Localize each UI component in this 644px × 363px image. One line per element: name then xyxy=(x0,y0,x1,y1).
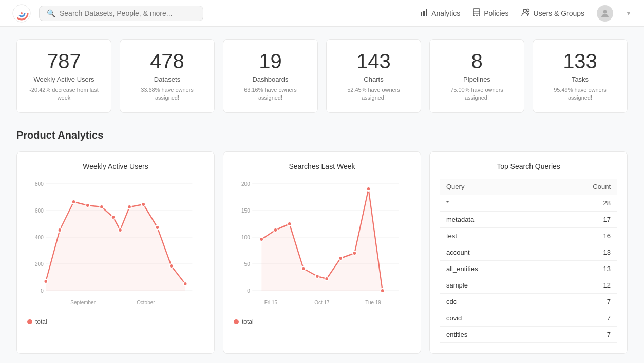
searches-last-week-title: Searches Last Week xyxy=(234,162,410,170)
charts-row: Weekly Active Users 800 600 400 200 0 Se… xyxy=(16,151,628,354)
header-left: 🔍 xyxy=(12,4,203,23)
stat-card-datasets: 478 Datasets 33.68% have owners assigned… xyxy=(120,39,215,113)
svg-rect-8 xyxy=(475,9,476,16)
query-cell: test xyxy=(446,232,570,240)
stats-row: 787 Weekly Active Users -20.42% decrease… xyxy=(16,39,628,113)
stat-label-2: Dashboards xyxy=(252,75,288,83)
query-table-body: * 28 metadata 17 test 16 account 13 all_… xyxy=(440,195,617,343)
svg-point-31 xyxy=(86,203,89,207)
count-cell: 7 xyxy=(570,298,611,305)
svg-point-29 xyxy=(58,228,62,232)
svg-point-59 xyxy=(325,277,328,281)
svg-text:Oct 17: Oct 17 xyxy=(314,299,329,305)
nav-policies[interactable]: Policies xyxy=(472,8,508,18)
svg-text:0: 0 xyxy=(247,288,250,294)
stat-sub-3: 52.45% have owners assigned! xyxy=(339,86,408,102)
stat-card-dashboards: 19 Dashboards 63.16% have owners assigne… xyxy=(223,39,318,113)
top-search-queries-card: Top Search Queries Query Count * 28 meta… xyxy=(429,151,628,354)
query-cell: metadata xyxy=(446,216,570,223)
svg-point-13 xyxy=(526,9,529,12)
stat-card-weekly-active-users: 787 Weekly Active Users -20.42% decrease… xyxy=(16,39,111,113)
table-row: all_entities 13 xyxy=(440,261,617,277)
table-row: account 13 xyxy=(440,244,617,261)
search-icon: 🔍 xyxy=(47,9,55,17)
stat-number-2: 19 xyxy=(259,50,282,72)
stat-label-1: Datasets xyxy=(154,75,180,83)
stat-label-4: Pipelines xyxy=(463,75,490,83)
weekly-active-users-legend: total xyxy=(27,318,204,326)
searches-last-week-chart: Searches Last Week 200 150 100 50 0 Fri … xyxy=(223,151,421,354)
stat-sub-0: -20.42% decrease from last week xyxy=(29,86,99,102)
stat-sub-1: 33.68% have owners assigned! xyxy=(132,86,202,102)
svg-marker-53 xyxy=(261,189,382,291)
query-cell: covid xyxy=(446,314,570,322)
user-avatar[interactable] xyxy=(597,5,613,22)
col-query-header: Query xyxy=(446,183,570,190)
svg-point-14 xyxy=(603,10,607,13)
svg-point-38 xyxy=(169,264,173,268)
logo-icon[interactable] xyxy=(12,4,31,23)
count-cell: 7 xyxy=(570,314,611,322)
svg-text:September: September xyxy=(70,299,96,305)
header-right: Analytics Policies xyxy=(420,5,632,22)
stat-label-5: Tasks xyxy=(572,75,589,83)
query-cell: account xyxy=(446,249,570,256)
table-row: metadata 17 xyxy=(440,212,617,228)
svg-rect-10 xyxy=(473,11,480,12)
chevron-down-icon: ▼ xyxy=(626,10,632,17)
top-search-queries-title: Top Search Queries xyxy=(440,162,617,170)
stat-card-tasks: 133 Tasks 95.49% have owners assigned! xyxy=(533,39,628,113)
nav-analytics[interactable]: Analytics xyxy=(420,8,460,18)
users-groups-icon xyxy=(521,8,531,18)
svg-text:800: 800 xyxy=(35,181,44,187)
policies-icon xyxy=(472,8,481,18)
svg-rect-6 xyxy=(426,9,427,16)
query-cell: * xyxy=(446,199,570,207)
svg-point-37 xyxy=(156,225,159,230)
stat-card-pipelines: 8 Pipelines 75.00% have owners assigned! xyxy=(429,39,524,113)
legend-dot-total xyxy=(27,319,32,324)
col-count-header: Count xyxy=(570,183,611,190)
svg-point-58 xyxy=(315,274,319,278)
product-analytics-title: Product Analytics xyxy=(16,129,628,141)
stat-number-5: 133 xyxy=(563,50,597,72)
svg-point-54 xyxy=(260,237,263,241)
main-content: 787 Weekly Active Users -20.42% decrease… xyxy=(0,27,644,363)
count-cell: 28 xyxy=(570,199,611,207)
svg-text:October: October xyxy=(137,299,155,305)
svg-text:600: 600 xyxy=(35,207,44,214)
search-bar[interactable]: 🔍 xyxy=(39,6,203,21)
search-input[interactable] xyxy=(60,9,196,17)
svg-text:Fri 15: Fri 15 xyxy=(264,299,278,305)
searches-legend-dot xyxy=(234,319,239,324)
svg-point-28 xyxy=(44,279,48,283)
table-row: entities 7 xyxy=(440,327,617,343)
stat-number-1: 478 xyxy=(150,50,184,72)
svg-rect-7 xyxy=(473,9,480,16)
svg-point-33 xyxy=(111,215,115,219)
svg-point-60 xyxy=(339,256,343,260)
svg-text:50: 50 xyxy=(244,261,250,267)
svg-text:Tue 19: Tue 19 xyxy=(365,299,381,305)
svg-point-34 xyxy=(118,228,122,232)
stat-sub-2: 63.16% have owners assigned! xyxy=(236,86,305,102)
svg-rect-5 xyxy=(423,11,425,16)
searches-legend-label: total xyxy=(242,318,254,326)
nav-users-groups[interactable]: Users & Groups xyxy=(521,8,585,18)
stat-number-3: 143 xyxy=(356,50,391,72)
table-row: test 16 xyxy=(440,228,617,244)
table-row: * 28 xyxy=(440,195,617,212)
svg-text:150: 150 xyxy=(241,207,250,214)
table-row: covid 7 xyxy=(440,310,617,327)
nav-users-groups-label: Users & Groups xyxy=(534,9,585,17)
count-cell: 16 xyxy=(570,232,611,240)
svg-point-63 xyxy=(381,289,384,293)
svg-point-36 xyxy=(142,202,145,206)
count-cell: 12 xyxy=(570,281,611,289)
svg-text:100: 100 xyxy=(241,234,250,240)
stat-number-4: 8 xyxy=(471,50,482,72)
count-cell: 13 xyxy=(570,249,611,256)
table-row: cdc 7 xyxy=(440,294,617,310)
svg-point-55 xyxy=(274,228,277,232)
svg-rect-4 xyxy=(421,12,422,16)
